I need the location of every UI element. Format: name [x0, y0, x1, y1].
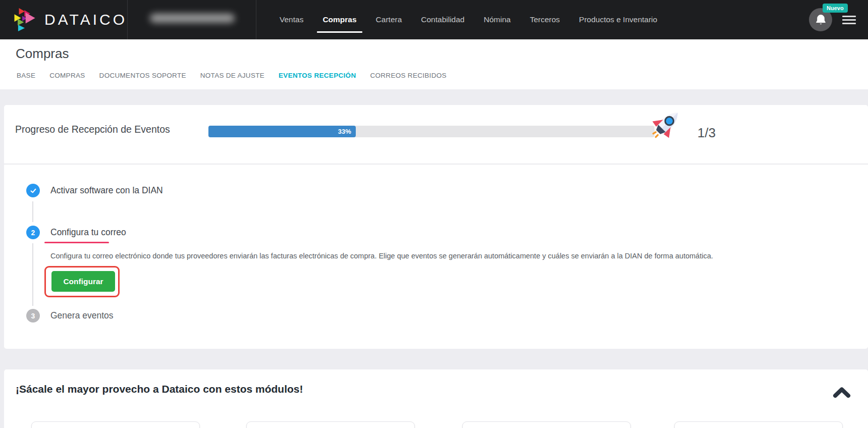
- nav-item-productos-inventario[interactable]: Productos e Inventario: [579, 0, 657, 39]
- nav-item-ventas[interactable]: Ventas: [280, 0, 303, 39]
- company-name-redacted: [150, 14, 235, 23]
- page-header: Compras BASE COMPRAS DOCUMENTOS SOPORTE …: [0, 39, 868, 89]
- notifications-button[interactable]: Nuevo: [809, 8, 832, 31]
- brand-home-link[interactable]: DATAICO: [0, 5, 127, 34]
- progress-bar-fill: 33%: [208, 126, 356, 137]
- step3-number: 3: [26, 309, 40, 323]
- nav-item-terceros[interactable]: Terceros: [530, 0, 560, 39]
- modules-panel: ¡Sácale el mayor provecho a Dataico con …: [4, 369, 868, 428]
- dataico-logo-icon: [13, 5, 36, 34]
- top-navbar: DATAICO Ventas Compras Cartera Contabili…: [0, 0, 868, 39]
- step2-description: Configura tu correo electrónico donde tu…: [50, 251, 737, 261]
- nav-item-compras[interactable]: Compras: [322, 0, 356, 39]
- step2-label: Configura tu correo: [50, 227, 126, 238]
- sub-tabs: BASE COMPRAS DOCUMENTOS SOPORTE NOTAS DE…: [17, 72, 447, 79]
- module-card[interactable]: [462, 421, 631, 428]
- module-card[interactable]: [246, 421, 415, 428]
- tab-compras[interactable]: COMPRAS: [49, 72, 85, 79]
- step2-pink-underline: [44, 242, 109, 243]
- navbar-divider: [256, 0, 256, 39]
- step2-number: 2: [26, 226, 40, 239]
- company-name-blurred[interactable]: [128, 0, 256, 39]
- modules-heading: ¡Sácale el mayor provecho a Dataico con …: [16, 383, 303, 395]
- progress-fraction: 1/3: [697, 125, 716, 141]
- chevron-up-icon: [832, 385, 852, 400]
- module-card[interactable]: [674, 421, 843, 428]
- step3-label: Genera eventos: [50, 310, 114, 321]
- tab-notas-de-ajuste[interactable]: NOTAS DE AJUSTE: [200, 72, 264, 79]
- configure-button[interactable]: Configurar: [51, 271, 115, 292]
- navbar-right: Nuevo: [809, 8, 868, 31]
- menu-button[interactable]: [842, 14, 856, 26]
- events-progress-panel: Progreso de Recepción de Eventos 33% 1/3…: [4, 105, 868, 349]
- module-card[interactable]: [31, 421, 200, 428]
- new-badge: Nuevo: [823, 4, 848, 13]
- rocket-icon: [639, 98, 692, 151]
- brand-name: DATAICO: [44, 11, 127, 28]
- tab-eventos-recepcion[interactable]: EVENTOS RECEPCIÓN: [279, 72, 356, 79]
- page-title: Compras: [16, 46, 69, 62]
- bell-icon: [815, 14, 827, 26]
- step-connector: [32, 243, 33, 306]
- hamburger-icon: [842, 16, 856, 17]
- tab-correos-recibidos[interactable]: CORREOS RECIBIDOS: [370, 72, 446, 79]
- nav-item-contabilidad[interactable]: Contabilidad: [421, 0, 464, 39]
- panel-divider: [4, 164, 868, 165]
- check-icon: [29, 187, 37, 195]
- step1-done-indicator: [26, 184, 40, 197]
- main-nav: Ventas Compras Cartera Contabilidad Nómi…: [280, 0, 657, 39]
- progress-percent: 33%: [338, 128, 351, 135]
- collapse-section-button[interactable]: [832, 385, 852, 400]
- nav-item-nomina[interactable]: Nómina: [483, 0, 510, 39]
- tab-documentos-soporte[interactable]: DOCUMENTOS SOPORTE: [99, 72, 186, 79]
- progress-label: Progreso de Recepción de Eventos: [15, 124, 170, 135]
- app-window: DATAICO Ventas Compras Cartera Contabili…: [0, 0, 868, 428]
- step1-label: Activar software con la DIAN: [50, 185, 163, 196]
- nav-item-cartera[interactable]: Cartera: [376, 0, 402, 39]
- tab-base[interactable]: BASE: [17, 72, 35, 79]
- progress-bar: 33%: [208, 126, 655, 137]
- step-connector: [32, 201, 33, 222]
